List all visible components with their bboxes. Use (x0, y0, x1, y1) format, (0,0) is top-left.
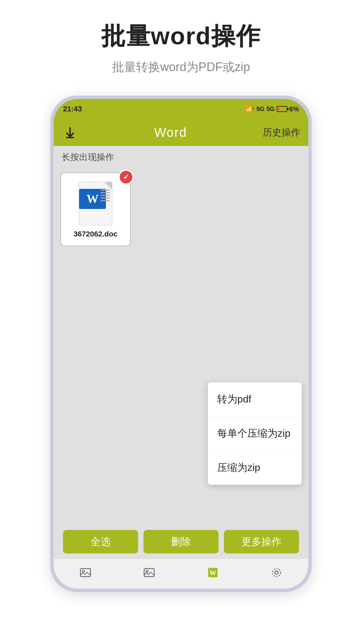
file-icon-area: W (70, 180, 121, 227)
delete-button[interactable]: 删除 (143, 530, 219, 553)
wifi-icon: 📶¹ (245, 105, 254, 113)
bottom-toolbar: 全选 删除 更多操作 (54, 525, 308, 558)
page-wrapper: 批量word操作 批量转换word为PDF或zip 21:43 📶¹ 5G 5G… (0, 0, 362, 644)
select-all-button[interactable]: 全选 (63, 530, 138, 553)
nav-item-word[interactable]: W (181, 559, 245, 589)
popup-item-pdf[interactable]: 转为pdf (208, 382, 302, 417)
battery-fill (278, 107, 279, 111)
signal2: 5G (266, 106, 275, 113)
svg-rect-3 (144, 569, 154, 577)
word-nav-icon: W (207, 567, 219, 581)
battery-percent: 6% (289, 105, 299, 113)
svg-text:W: W (209, 569, 216, 577)
bottom-nav: W (54, 558, 308, 589)
app-header: Word 历史操作 (54, 119, 308, 146)
content-area: 长按出现操作 ✓ W (54, 146, 308, 525)
doc-lines (101, 190, 110, 201)
phone-inner: 21:43 📶¹ 5G 5G 6% (54, 99, 308, 589)
image2-icon (143, 567, 155, 581)
svg-point-7 (275, 571, 278, 574)
hint-text: 长按出现操作 (54, 146, 308, 168)
doc-line-3 (101, 195, 110, 196)
doc-icon: W (75, 180, 116, 227)
history-button[interactable]: 历史操作 (263, 126, 300, 139)
status-right: 📶¹ 5G 5G 6% (245, 105, 299, 113)
svg-point-2 (82, 570, 84, 572)
file-grid: ✓ W (54, 168, 308, 250)
file-check-badge: ✓ (119, 170, 133, 184)
signal1: 5G (256, 106, 264, 113)
svg-rect-1 (80, 569, 90, 577)
doc-line-5 (101, 200, 110, 201)
status-time: 21:43 (63, 105, 82, 113)
battery-icon (277, 106, 287, 112)
file-item[interactable]: ✓ W (60, 172, 131, 246)
doc-line-2 (101, 192, 110, 193)
svg-point-4 (146, 570, 148, 572)
popup-menu: 转为pdf 每单个压缩为zip 压缩为zip (208, 382, 302, 485)
settings-icon (270, 567, 283, 581)
nav-item-settings[interactable] (245, 559, 308, 589)
popup-item-zip[interactable]: 压缩为zip (208, 451, 302, 485)
file-name: 3672062.doc (74, 230, 118, 238)
page-subtitle: 批量转换word为PDF或zip (112, 59, 250, 75)
nav-item-image2[interactable] (117, 559, 181, 589)
phone-frame: 21:43 📶¹ 5G 5G 6% (50, 96, 312, 592)
popup-item-zip-each[interactable]: 每单个压缩为zip (208, 417, 302, 451)
image1-icon (79, 567, 92, 581)
svg-point-8 (273, 569, 281, 577)
header-title: Word (78, 125, 263, 140)
doc-page: W (79, 182, 112, 225)
more-button[interactable]: 更多操作 (224, 530, 299, 553)
doc-line-1 (101, 190, 110, 191)
nav-item-image1[interactable] (54, 559, 117, 589)
download-icon[interactable] (62, 124, 78, 141)
doc-fold (105, 182, 112, 190)
page-title: 批量word操作 (101, 20, 261, 52)
status-bar: 21:43 📶¹ 5G 5G 6% (54, 99, 308, 119)
doc-line-4 (101, 198, 110, 199)
